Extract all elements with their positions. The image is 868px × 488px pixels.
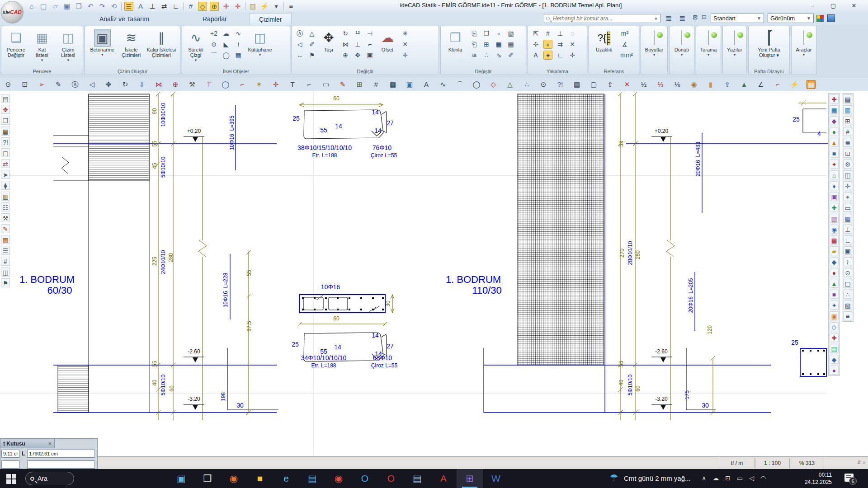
home-icon[interactable]: ⌂ bbox=[27, 2, 36, 11]
tool-icon[interactable]: ⅛ bbox=[673, 80, 682, 89]
tool-icon[interactable]: ▤ bbox=[843, 94, 852, 103]
snap-track-icon[interactable]: ✛ bbox=[222, 2, 231, 11]
tool-icon[interactable]: ∡ bbox=[620, 40, 629, 49]
tool-icon[interactable]: ▣ bbox=[405, 80, 414, 89]
tool-icon[interactable]: ⌖ bbox=[843, 192, 852, 201]
araclar-button[interactable]: Araçlar▾ bbox=[794, 28, 814, 57]
tool-icon[interactable]: ▦ bbox=[830, 105, 839, 114]
maximize-button[interactable]: ▢ bbox=[823, 0, 844, 12]
tool-icon[interactable]: ✛ bbox=[401, 51, 410, 60]
layer-stack-icon[interactable]: ≣ bbox=[665, 14, 672, 23]
length-field[interactable] bbox=[27, 450, 95, 458]
photos-taskbar-icon[interactable]: ▣ bbox=[168, 469, 194, 488]
text-style-icon[interactable]: A bbox=[136, 2, 145, 11]
tool-icon[interactable]: ⊕ bbox=[171, 80, 180, 89]
tool-icon[interactable]: ¹² bbox=[353, 29, 362, 38]
tool-icon[interactable]: ▦ bbox=[1, 235, 10, 244]
tool-icon[interactable]: ▫ bbox=[494, 29, 503, 38]
tool-icon[interactable]: ⌂ bbox=[830, 170, 839, 179]
tool-icon[interactable]: ✦ bbox=[830, 300, 839, 310]
tool-icon[interactable]: ⋈ bbox=[341, 40, 350, 49]
tool-icon[interactable]: ➤ bbox=[1, 170, 10, 179]
tool-icon[interactable]: ⇉ bbox=[556, 40, 565, 49]
tool-icon[interactable]: ⊙ bbox=[209, 40, 218, 49]
firefox-taskbar-icon[interactable]: ◉ bbox=[221, 469, 247, 488]
tool-icon[interactable]: ◫ bbox=[1, 267, 10, 277]
color-palette-icon[interactable] bbox=[816, 15, 824, 22]
tool-icon[interactable]: ▰ bbox=[830, 246, 839, 255]
tool-icon[interactable]: ≣ bbox=[843, 138, 852, 147]
tool-icon[interactable]: ⇧ bbox=[606, 80, 615, 89]
tool-icon[interactable]: ∟ bbox=[843, 235, 852, 244]
viewport-icon[interactable] bbox=[827, 14, 835, 22]
tool-icon[interactable]: ✚ bbox=[830, 203, 839, 212]
tool-icon[interactable]: ⊕ bbox=[341, 51, 350, 60]
tool-icon[interactable]: ◯ bbox=[221, 80, 230, 89]
tool-icon[interactable]: +2 bbox=[209, 29, 218, 38]
surekli-cizgi-button[interactable]: ∿ SürekliÇizgi▾ bbox=[184, 28, 207, 62]
tool-icon[interactable]: ⊡ bbox=[20, 80, 29, 89]
tool-icon[interactable]: ⊞ bbox=[843, 116, 852, 125]
tool-icon[interactable]: ✚ bbox=[830, 94, 839, 103]
tool-icon[interactable]: ≀ bbox=[234, 40, 243, 49]
tool-icon[interactable]: ◇ bbox=[489, 80, 498, 89]
tool-icon[interactable]: ∿ bbox=[439, 80, 448, 89]
tool-icon[interactable]: ⊙ bbox=[4, 80, 13, 89]
tool-icon[interactable]: ⌐ bbox=[365, 40, 374, 49]
yazilar-button[interactable]: Yazılar▾ bbox=[725, 28, 744, 57]
idecad-taskbar-icon[interactable]: ⊞ bbox=[457, 469, 483, 488]
autocad-taskbar-icon[interactable]: A bbox=[430, 469, 457, 488]
tool-icon[interactable]: ∴ bbox=[482, 51, 491, 60]
tool-icon[interactable]: ?! bbox=[1, 137, 10, 146]
tool-icon[interactable]: ⊤ bbox=[204, 80, 213, 89]
tool-icon[interactable]: ▣ bbox=[830, 192, 839, 201]
tool-icon[interactable]: ⇘ bbox=[494, 51, 503, 60]
tool-icon[interactable]: ⊡ bbox=[843, 149, 852, 158]
tool-icon[interactable]: ?! bbox=[556, 80, 565, 89]
outlook-taskbar-icon[interactable]: O bbox=[352, 469, 378, 488]
clock[interactable]: 00:11 24.12.2025 bbox=[791, 471, 832, 486]
tool-icon[interactable]: ◁ bbox=[87, 80, 96, 89]
angle-field[interactable] bbox=[27, 460, 95, 469]
tool-icon[interactable]: ▣ bbox=[365, 51, 374, 60]
tool-icon[interactable]: ▥ bbox=[843, 105, 852, 114]
tool-icon[interactable]: ☁ bbox=[222, 29, 231, 38]
tab-raporlar[interactable]: Raporlar bbox=[193, 13, 236, 25]
coord-x-field[interactable] bbox=[1, 450, 19, 458]
store-taskbar-icon[interactable]: ▤ bbox=[299, 469, 326, 488]
tool-icon[interactable]: ✕ bbox=[401, 40, 410, 49]
undo-icon[interactable]: ↶ bbox=[86, 2, 95, 11]
task-view-taskbar-icon[interactable]: ❒ bbox=[194, 469, 221, 488]
grid-snap-icon[interactable]: # bbox=[186, 2, 195, 11]
tool-icon[interactable]: T bbox=[288, 80, 297, 89]
tool-icon[interactable]: ≀ bbox=[843, 257, 852, 266]
idecad-logo-icon[interactable]: ideCAD bbox=[1, 1, 24, 23]
tool-icon[interactable]: ▤ bbox=[506, 40, 515, 49]
tool-icon[interactable]: ⊣ bbox=[365, 29, 374, 38]
tool-icon[interactable]: ✛ bbox=[843, 181, 852, 190]
uzaklik-button[interactable]: ?{ Uzaklık bbox=[591, 28, 617, 52]
tool-icon[interactable]: # bbox=[372, 80, 381, 89]
close-button[interactable]: ✕ bbox=[844, 0, 864, 12]
tool-icon[interactable]: ■ bbox=[830, 290, 839, 299]
donati-button[interactable]: Donatı▾ bbox=[672, 28, 692, 57]
tool-icon[interactable]: ● bbox=[830, 366, 839, 375]
pencere-degistir-button[interactable]: ❏ PencereDeğiştir bbox=[4, 28, 28, 58]
tool-icon[interactable]: ◫ bbox=[843, 170, 852, 179]
tool-icon[interactable]: mm² bbox=[620, 51, 629, 60]
tool-icon[interactable]: ▤ bbox=[572, 80, 581, 89]
tool-icon[interactable]: ❐ bbox=[482, 29, 491, 38]
yeni-pafta-olustur-button[interactable]: Yeni PaftaOluştur ▾ bbox=[751, 28, 787, 58]
tool-icon[interactable]: ➢ bbox=[37, 80, 46, 89]
weather-text[interactable]: Cmt günü 2 mm yağ... bbox=[624, 474, 691, 482]
tool-icon[interactable]: ✎ bbox=[338, 80, 347, 89]
tool-icon[interactable]: ▤ bbox=[1, 94, 10, 103]
redo-icon[interactable]: ↷ bbox=[98, 2, 107, 11]
tool-icon[interactable]: ✕ bbox=[568, 40, 577, 49]
tool-icon[interactable]: ▲ bbox=[830, 279, 839, 288]
tool-icon[interactable]: ▭ bbox=[843, 203, 852, 212]
tool-icon[interactable]: ▦ bbox=[807, 80, 816, 89]
word-taskbar-icon[interactable]: W bbox=[483, 469, 509, 488]
tool-icon[interactable]: ✦ bbox=[543, 51, 552, 60]
tool-icon[interactable]: # bbox=[1, 257, 10, 266]
